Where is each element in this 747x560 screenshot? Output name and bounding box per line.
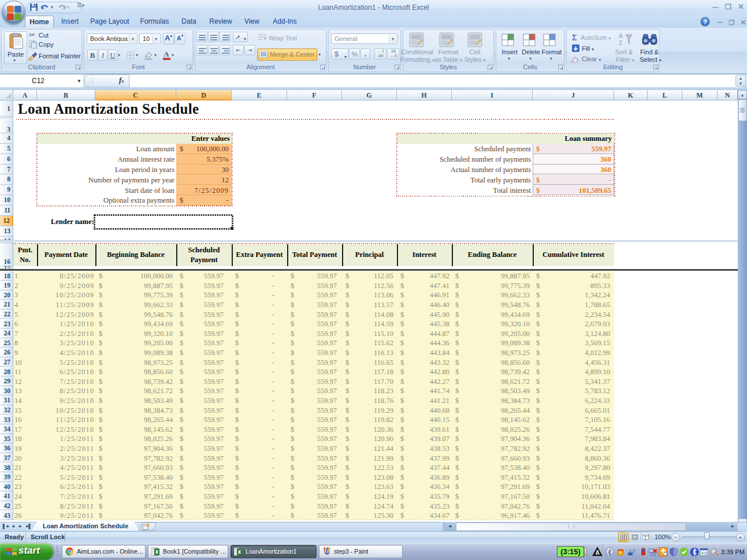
svg-text:A: A [596, 550, 600, 556]
svg-text:A: A [619, 33, 623, 39]
svg-text:Z: Z [619, 40, 622, 46]
